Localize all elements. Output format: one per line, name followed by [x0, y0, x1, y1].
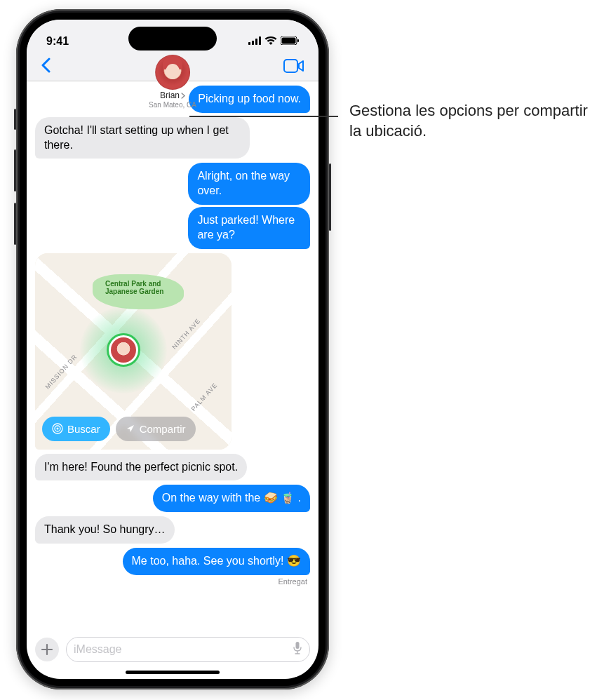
back-button[interactable] — [36, 56, 55, 78]
location-pin — [107, 333, 140, 367]
map-park-label: Central Park and Japanese Garden — [105, 280, 163, 295]
svg-rect-6 — [297, 39, 299, 42]
status-time: 9:41 — [46, 35, 69, 48]
svg-rect-0 — [248, 42, 250, 45]
facetime-button[interactable] — [279, 59, 309, 76]
phone-bezel: 9:41 — [20, 13, 326, 686]
power-button[interactable] — [329, 163, 331, 231]
contact-details-button[interactable]: Brian San Mateo, CA — [149, 55, 196, 109]
home-indicator[interactable] — [126, 671, 220, 674]
cellular-icon — [248, 35, 261, 48]
svg-rect-1 — [252, 41, 254, 45]
plus-icon — [41, 643, 53, 656]
chevron-right-icon — [181, 93, 185, 99]
message-sent[interactable]: Just parked! Where are ya? — [188, 207, 310, 249]
message-sent[interactable]: Alright, on the way over. — [188, 163, 310, 205]
find-button[interactable]: Buscar — [42, 417, 110, 441]
contact-location: San Mateo, CA — [149, 101, 196, 109]
input-placeholder: iMessage — [74, 643, 121, 656]
volume-down-button[interactable] — [14, 203, 16, 245]
location-card[interactable]: Central Park and Japanese Garden NINTH A… — [35, 253, 232, 450]
location-arrow-icon — [126, 424, 135, 433]
message-sent[interactable]: Me too, haha. See you shortly! 😎 — [123, 548, 310, 575]
phone-frame: 9:41 — [16, 9, 329, 689]
screen: 9:41 — [27, 20, 318, 679]
add-attachment-button[interactable] — [35, 638, 59, 661]
mute-switch[interactable] — [14, 109, 16, 130]
volume-up-button[interactable] — [14, 149, 16, 191]
dynamic-island — [128, 27, 217, 51]
message-sent[interactable]: Picking up food now. — [189, 86, 310, 113]
delivery-status: Entregat — [278, 577, 310, 586]
svg-rect-3 — [259, 36, 261, 45]
svg-rect-5 — [282, 38, 296, 44]
message-received[interactable]: Thank you! So hungry… — [35, 516, 175, 544]
message-received[interactable]: I'm here! Found the perfect picnic spot. — [35, 454, 247, 481]
conversation-header: Brian San Mateo, CA — [27, 55, 318, 81]
svg-rect-7 — [284, 60, 297, 72]
share-location-button[interactable]: Compartir — [116, 417, 196, 441]
mic-icon — [293, 641, 302, 655]
svg-rect-11 — [296, 642, 300, 649]
svg-point-10 — [57, 428, 59, 430]
callout-text: Gestiona les opcions per compartir la ub… — [349, 101, 588, 141]
messages-list[interactable]: Picking up food now. Gotcha! I'll start … — [27, 81, 318, 633]
svg-rect-2 — [255, 39, 257, 45]
message-sent[interactable]: On the way with the 🥪 🧋 . — [153, 485, 310, 512]
battery-icon — [281, 35, 299, 48]
message-received[interactable]: Gotcha! I'll start setting up when I get… — [35, 117, 250, 159]
findmy-icon — [52, 423, 63, 434]
callout-leader-line — [189, 116, 338, 117]
message-input[interactable]: iMessage — [66, 637, 310, 662]
avatar — [155, 55, 190, 90]
dictation-button[interactable] — [293, 641, 302, 658]
wifi-icon — [264, 35, 277, 48]
contact-name: Brian — [160, 90, 180, 100]
